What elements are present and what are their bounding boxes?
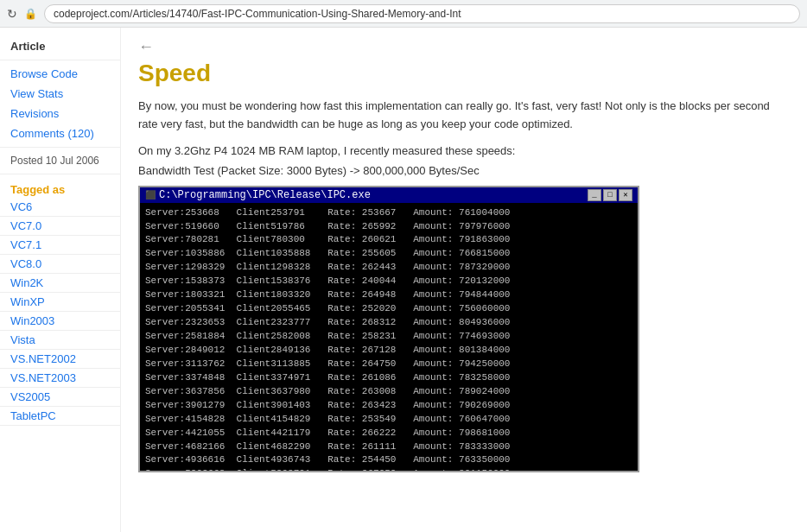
sidebar-tag-vc71[interactable]: VC7.1 — [0, 236, 120, 255]
console-line: Server:3901279 Client3901403 Rate: 26342… — [145, 399, 632, 413]
console-body[interactable]: Server:253668 Client253791 Rate: 253667 … — [140, 203, 638, 471]
sidebar-tag-vc6[interactable]: VC6 — [0, 198, 120, 217]
intro-paragraph: By now, you must be wondering how fast t… — [138, 98, 790, 134]
sidebar-link-view-stats[interactable]: View Stats — [0, 84, 120, 104]
console-window: ⬛ C:\Programming\IPC\Release\IPC.exe _ □… — [138, 186, 639, 472]
console-line: Server:4154828 Client4154829 Rate: 25354… — [145, 413, 632, 427]
console-cmd-icon: ⬛ — [145, 190, 156, 200]
sidebar-tag-vc80[interactable]: VC8.0 — [0, 255, 120, 274]
sidebar-tag-vsnet2002[interactable]: VS.NET2002 — [0, 350, 120, 369]
console-line: Server:3374848 Client3374971 Rate: 26108… — [145, 371, 632, 385]
console-line: Server:2055341 Client2055465 Rate: 25202… — [145, 302, 632, 316]
page-layout: Article Browse Code View Stats Revisions… — [0, 28, 807, 532]
console-line: Server:253668 Client253791 Rate: 253667 … — [145, 206, 632, 220]
console-line: Server:1803321 Client1803320 Rate: 26494… — [145, 288, 632, 302]
console-titlebar-controls: _ □ ✕ — [588, 189, 632, 201]
console-line: Server:1035886 Client1035888 Rate: 25560… — [145, 247, 632, 261]
main-content: ← Speed By now, you must be wondering ho… — [121, 28, 807, 532]
console-title: C:\Programming\IPC\Release\IPC.exe — [159, 189, 371, 201]
bandwidth-text: Bandwidth Test (Packet Size: 3000 Bytes)… — [138, 164, 790, 177]
measured-text: On my 3.2Ghz P4 1024 MB RAM laptop, I re… — [138, 144, 790, 157]
console-line: Server:4421055 Client4421179 Rate: 26622… — [145, 427, 632, 440]
sidebar-tag-win2003[interactable]: Win2003 — [0, 312, 120, 331]
console-restore-button[interactable]: □ — [603, 189, 617, 201]
console-line: Server:1298329 Client1298328 Rate: 26244… — [145, 261, 632, 275]
sidebar-tag-winxp[interactable]: WinXP — [0, 293, 120, 312]
sidebar-tag-vista[interactable]: Vista — [0, 331, 120, 350]
lock-icon: 🔒 — [24, 8, 37, 20]
console-titlebar: ⬛ C:\Programming\IPC\Release\IPC.exe _ □… — [140, 187, 638, 203]
sidebar-tag-vsnet2003[interactable]: VS.NET2003 — [0, 369, 120, 388]
url-bar[interactable] — [44, 4, 800, 23]
console-line: Server:780281 Client780300 Rate: 260621 … — [145, 233, 632, 247]
console-titlebar-left: ⬛ C:\Programming\IPC\Release\IPC.exe — [145, 189, 371, 201]
console-close-button[interactable]: ✕ — [619, 189, 632, 201]
sidebar-link-browse-code[interactable]: Browse Code — [0, 64, 120, 84]
sidebar-link-revisions[interactable]: Revisions — [0, 104, 120, 124]
console-line: Server:3113762 Client3113885 Rate: 26475… — [145, 358, 632, 371]
refresh-icon[interactable]: ↻ — [7, 7, 17, 21]
sidebar-posted: Posted 10 Jul 2006 — [0, 151, 120, 170]
sidebar-tagged-label: Tagged as — [0, 178, 120, 198]
sidebar: Article Browse Code View Stats Revisions… — [0, 28, 121, 532]
back-arrow-icon[interactable]: ← — [138, 38, 154, 56]
sidebar-tag-win2k[interactable]: Win2K — [0, 274, 120, 293]
console-line: Server:4936616 Client4936743 Rate: 25445… — [145, 453, 632, 467]
sidebar-link-comments[interactable]: Comments (120) — [0, 124, 120, 143]
sidebar-tag-vc70[interactable]: VC7.0 — [0, 217, 120, 236]
sidebar-tag-vs2005[interactable]: VS2005 — [0, 388, 120, 407]
console-line: Server:2849012 Client2849136 Rate: 26712… — [145, 344, 632, 358]
console-line: Server:1538373 Client1538376 Rate: 24004… — [145, 275, 632, 288]
page-title: Speed — [138, 60, 790, 87]
console-line: Server:2323653 Client2323777 Rate: 26831… — [145, 316, 632, 330]
browser-bar: ↻ 🔒 — [0, 0, 807, 28]
sidebar-article-title: Article — [0, 35, 120, 56]
console-line: Server:3637856 Client3637980 Rate: 26300… — [145, 385, 632, 399]
console-minimize-button[interactable]: _ — [588, 189, 601, 201]
console-line: Server:2581884 Client2582008 Rate: 25823… — [145, 330, 632, 344]
console-line: Server:5203668 Client5203791 Rate: 26705… — [145, 467, 632, 470]
console-line: Server:519660 Client519786 Rate: 265992 … — [145, 220, 632, 234]
sidebar-tag-tabletpc[interactable]: TabletPC — [0, 407, 120, 426]
console-line: Server:4682166 Client4682290 Rate: 26111… — [145, 440, 632, 454]
